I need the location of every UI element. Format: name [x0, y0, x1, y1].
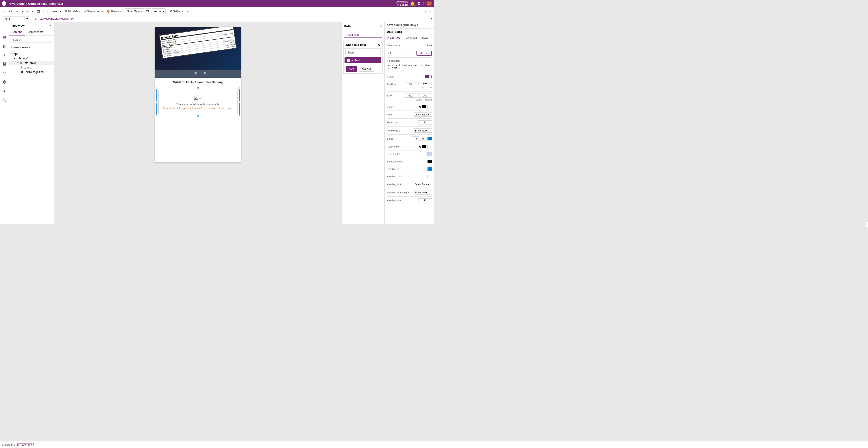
handle-bm[interactable] — [197, 115, 199, 117]
sep3 — [167, 9, 167, 13]
heading-font-weight-dropdown[interactable]: B Normal ▾ — [414, 190, 432, 195]
insert-button[interactable]: + Insert ▾ — [49, 9, 62, 13]
more-button[interactable]: ··· — [185, 9, 190, 13]
props-tab-ideas[interactable]: Ideas — [419, 35, 430, 41]
notifications-icon[interactable]: 🔔 — [410, 1, 415, 6]
tab-screens[interactable]: Screens — [9, 29, 25, 35]
props-section: Data source None Fields Edit fields No d… — [384, 41, 434, 205]
position-y-input[interactable] — [418, 82, 432, 86]
zoom-in-icon[interactable]: 🔍 — [204, 72, 208, 76]
search-left-icon[interactable]: 🔍 — [0, 96, 9, 104]
font-size-dropdown[interactable]: 21 — [145, 8, 151, 14]
datatable-more-icon[interactable]: ··· — [50, 62, 52, 65]
handle-mr[interactable] — [239, 101, 240, 103]
formula-input[interactable] — [38, 17, 429, 20]
add-field-button[interactable]: + Add field — [344, 32, 382, 37]
play-button[interactable]: ▷ — [423, 9, 427, 13]
hover-color-a-swatch[interactable] — [422, 145, 427, 148]
settings-icon[interactable]: ⚙ — [417, 1, 421, 6]
sidebar-search-input[interactable] — [11, 37, 52, 42]
selected-color-swatch[interactable] — [427, 160, 432, 163]
size-width-input[interactable] — [404, 94, 417, 98]
handle-tl[interactable] — [156, 87, 157, 89]
undo-button[interactable]: ↩ — [15, 9, 20, 13]
tree-textrecognizer1[interactable]: ⚙ TextRecognizer1 — [9, 70, 54, 74]
user-avatar[interactable]: DA — [427, 1, 432, 6]
upload-icon[interactable]: ↑ — [188, 72, 190, 76]
publish-button[interactable]: ↑ — [428, 9, 432, 13]
color-swatch-a[interactable] — [422, 105, 427, 108]
sidebar-close[interactable]: ✕ — [49, 24, 52, 27]
tree-screen1[interactable]: ▾ □ Screen1 — [9, 56, 54, 61]
heading-fill-swatch[interactable] — [427, 167, 432, 171]
back-button[interactable]: ← Back — [2, 9, 14, 13]
tree-app[interactable]: □ App — [9, 52, 54, 56]
visible-toggle[interactable] — [425, 75, 432, 78]
data-table-selection[interactable]: ☑≡ There are no fields in this data tabl… — [156, 88, 240, 116]
handle-ml[interactable] — [156, 101, 157, 103]
props-help-icon[interactable]: ? — [417, 24, 418, 27]
power-apps-icon — [2, 1, 6, 6]
handle-bl[interactable] — [156, 115, 157, 117]
props-row-headingfontweight: Heading font weight B Normal ▾ — [387, 189, 432, 196]
field-item-text[interactable]: ✓ ⊞ Text — [344, 57, 381, 63]
undo-dropdown[interactable]: ▾ — [20, 9, 25, 13]
tree-view-icon[interactable]: ⊞ — [0, 33, 9, 41]
choose-field-close[interactable]: ✕ — [377, 43, 380, 46]
add-icon[interactable]: + — [0, 51, 9, 59]
position-x-input[interactable] — [404, 82, 417, 86]
no-data-text-input[interactable]: We didn't find any data to show at this.… — [387, 63, 432, 71]
tab-components[interactable]: Components — [25, 29, 46, 35]
font-weight-prop-dropdown[interactable]: B Normal ▾ — [414, 128, 432, 133]
save-button[interactable]: 💾 — [35, 9, 41, 13]
font-dropdown[interactable]: Open Sans ▾ — [125, 8, 144, 14]
color-swatch-fill[interactable] — [427, 105, 432, 108]
help-icon[interactable]: ? — [422, 1, 425, 6]
new-screen-link[interactable]: + New screen ▾ — [11, 45, 52, 50]
add-data-button[interactable]: ⊞ Add data ▾ — [63, 9, 82, 13]
add-button[interactable]: Add — [346, 66, 357, 72]
new-screen-button[interactable]: ⊕ New screen ▾ — [83, 9, 104, 13]
settings-toolbar-button[interactable]: ⚙ Settings — [168, 9, 184, 13]
save-dropdown[interactable]: ▾ — [42, 9, 46, 13]
border-color-swatch[interactable] — [427, 137, 432, 140]
heading-color-swatch[interactable] — [427, 175, 432, 178]
edit-fields-button[interactable]: Edit fields — [416, 50, 432, 56]
props-tab-properties[interactable]: Properties — [384, 35, 402, 41]
data-icon[interactable]: 🗄 — [0, 60, 9, 68]
handle-tr[interactable] — [239, 87, 240, 89]
border-style-dropdown[interactable]: —▾ — [412, 136, 419, 141]
redo-button[interactable]: ↪ — [25, 9, 30, 13]
selected-fill-swatch[interactable] — [427, 152, 432, 156]
font-prop-dropdown[interactable]: Open Sans ▾ — [414, 112, 432, 116]
hamburger-icon[interactable]: ☰ — [0, 24, 9, 32]
ai-icon[interactable]: ✦ — [0, 87, 9, 95]
props-divider-10 — [387, 134, 432, 135]
tree-datatable1[interactable]: ▾ ⊞ DataTable1 ··· — [9, 61, 54, 65]
media-icon[interactable]: 🖼 — [0, 78, 9, 86]
zoom-out-icon[interactable]: 🔍 — [194, 72, 199, 76]
border-width-input[interactable] — [420, 137, 427, 141]
choose-field-search-input[interactable] — [345, 50, 380, 55]
heading-font-dropdown[interactable]: Open Sans ▾ — [414, 182, 432, 186]
handle-br[interactable] — [239, 115, 240, 117]
cancel-button[interactable]: Cancel — [359, 66, 374, 72]
props-row-fields: Fields Edit fields — [387, 50, 432, 57]
canvas-area[interactable]: Nutrition Facts Serving size 1 bar (40g)… — [54, 22, 341, 224]
heading-size-input[interactable] — [418, 198, 432, 202]
font-size-input[interactable] — [418, 120, 432, 125]
tree-label1[interactable]: A Label1 — [9, 65, 54, 70]
handle-tm[interactable] — [197, 87, 199, 89]
redo-dropdown[interactable]: ▾ — [30, 9, 34, 13]
data-panel-close[interactable]: ✕ — [379, 24, 382, 28]
components-icon[interactable]: ◧ — [0, 42, 9, 50]
formula-selector[interactable]: Items — [2, 16, 29, 21]
props-row-headingfont: Heading font Open Sans ▾ — [387, 181, 432, 187]
theme-button[interactable]: 🎨 Theme ▾ — [105, 9, 122, 13]
formula-expand[interactable]: ▾ — [431, 17, 432, 20]
hover-color-fill-swatch[interactable] — [427, 145, 432, 148]
size-height-input[interactable] — [418, 94, 432, 98]
props-tab-advanced[interactable]: Advanced — [402, 35, 419, 41]
connections-icon[interactable]: ⬡ — [0, 69, 9, 77]
font-weight-dropdown[interactable]: Normal ▾ — [152, 8, 165, 14]
